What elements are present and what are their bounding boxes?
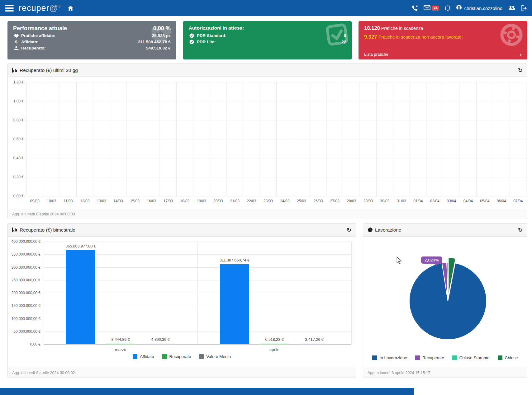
check-circle-icon	[189, 40, 195, 44]
y-axis-label: 1,00 €	[13, 99, 24, 103]
grid-line	[197, 242, 198, 344]
bar-chart-legend: AffidatoRecuperatoValore Medio	[8, 354, 356, 359]
y-axis-label: 50.000.000,00 €	[8, 329, 40, 334]
bar-value-label: 365.863.977,80 €	[54, 244, 107, 248]
x-axis-label: 14/03	[113, 199, 123, 203]
performance-row-affidate: Pratiche affidate: 25.928 pz	[13, 33, 171, 38]
panel-bimestrale-header: Recuperato (€) bimestrale ↻	[8, 223, 356, 237]
y-axis-label: 350.000.000,00 €	[8, 252, 40, 256]
legend-item-chiuse-stornate[interactable]: Chiuse Stornate	[452, 355, 490, 360]
phone-icon[interactable]	[412, 5, 418, 11]
bar-valore-medio-marzo[interactable]	[146, 344, 175, 345]
x-axis-label: 10/03	[47, 199, 56, 203]
bar-chart-axis-icon	[12, 228, 17, 232]
row-label: PDR Lite:	[197, 40, 216, 44]
bar-chart-icon	[12, 68, 17, 73]
bar-valore-medio-aprile[interactable]	[300, 344, 329, 345]
refresh-icon[interactable]: ↻	[347, 227, 351, 233]
panel-lavorazione: Lavorazione ↻ 2,020% In LavorazioneRecup…	[363, 223, 527, 378]
panel-recuperato-bimestrale: Recuperato (€) bimestrale ↻ 400.000.000,…	[7, 223, 356, 378]
menu-icon[interactable]	[5, 3, 14, 13]
pie-chart-legend: In LavorazioneRecuperateChiuse StornateC…	[363, 355, 527, 360]
card-scadenza: 10.120 Pratiche in scadenza 9.927 Pratic…	[359, 21, 527, 59]
logout-icon[interactable]	[521, 5, 527, 11]
bar-affidato-aprile[interactable]	[220, 264, 249, 344]
x-axis-label: 02/04	[430, 199, 439, 203]
grid-line	[44, 344, 351, 345]
y-axis-label: 400.000.000,00 €	[8, 239, 40, 244]
bar-recuperato-marzo[interactable]	[106, 344, 135, 345]
line-chart-canvas: 1,20 €1,00 €0,80 €0,60 €0,40 €0,20 €0,00…	[8, 77, 527, 209]
panel-30gg-footer: Agg. a lunedì 8 aprile 2024 00:00:03	[8, 209, 527, 219]
lista-pratiche-link[interactable]: Lista pratiche ›	[359, 49, 527, 59]
x-axis-label: 11/03	[64, 199, 73, 203]
x-axis-label: 01/04	[413, 199, 423, 203]
mail-button[interactable]: 24	[424, 5, 439, 12]
x-axis-label: 25/03	[297, 199, 306, 203]
card-autorizzazioni: Autorizzazioni in attesa: PDR Standard: …	[183, 21, 352, 59]
pie-chart-icon	[368, 228, 373, 233]
panel-30gg-header: Recuperato (€) ultimi 30 gg ↻	[8, 64, 527, 77]
legend-swatch	[372, 355, 377, 360]
mouse-cursor	[396, 256, 403, 266]
x-axis-label: aprile	[256, 347, 293, 352]
panel-bimestrale-footer: Agg. a lunedì 8 aprile 2024 00:00:02	[8, 368, 356, 378]
performance-row-recuperato: Recuperato: 549.519,32 €	[13, 46, 171, 50]
performance-title: Performance attuale	[13, 25, 67, 32]
legend-label: Chiuse Stornate	[459, 355, 490, 360]
scadenza-count: 10.120	[364, 25, 380, 31]
x-axis-label: 31/03	[397, 199, 406, 203]
y-axis-label: 0,20 €	[13, 175, 24, 179]
legend-item-chiuse[interactable]: Chiuse	[498, 355, 518, 360]
x-axis-label: 03/04	[447, 199, 456, 203]
row-value: 25.928 pz	[152, 33, 171, 38]
panel-recuperato-30gg: Recuperato (€) ultimi 30 gg ↻ 1,20 €1,00…	[7, 63, 527, 219]
bar-affidato-marzo[interactable]	[66, 250, 95, 344]
navbar: recuper@3 24 christian.cozzolino	[0, 0, 532, 16]
y-axis-label: 0,00 €	[8, 342, 40, 346]
legend-item-recuperate[interactable]: Recuperate	[415, 355, 444, 360]
chart-bimestrale: 400.000.000,00 €350.000.000,00 €300.000.…	[8, 237, 356, 368]
brand-logo[interactable]: recuper@3	[19, 3, 61, 13]
legend-label: In Lavorazione	[379, 355, 407, 360]
legend-swatch	[415, 355, 420, 360]
legend-item-valore-medio[interactable]: Valore Medio	[199, 354, 231, 359]
legend-label: Recuperate	[422, 355, 444, 360]
x-axis-label: marzo	[102, 347, 139, 352]
x-axis-label: 15/03	[130, 199, 140, 203]
y-axis-label: 200.000.000,00 €	[8, 291, 40, 295]
x-axis-label: 24/03	[280, 199, 289, 203]
row-label: Affidato:	[21, 40, 38, 44]
y-axis-label: 300.000.000,00 €	[8, 265, 40, 270]
legend-item-recuperato[interactable]: Recuperato	[162, 354, 191, 359]
scadenza-warning-line: 9.927 Pratiche in scadenza non ancora la…	[364, 34, 522, 40]
panel-bimestrale-title: Recuperato (€) bimestrale	[20, 227, 75, 233]
mail-icon	[424, 5, 430, 12]
summary-cards: Performance attuale 0,00 % Pratiche affi…	[7, 21, 527, 59]
refresh-icon[interactable]: ↻	[518, 227, 523, 233]
autorizzazioni-title: Autorizzazioni in attesa:	[189, 25, 346, 31]
x-axis-label: 04/04	[463, 199, 473, 203]
panel-lavorazione-footer: Agg. a lunedì 8 aprile 2024 15:15:17	[363, 368, 527, 378]
bar-recuperato-aprile[interactable]	[260, 344, 289, 345]
row-label: PDR Standard:	[197, 33, 226, 38]
x-axis-label: 16/03	[147, 199, 156, 203]
legend-label: Valore Medio	[206, 354, 231, 359]
x-axis-label: 26/03	[313, 199, 323, 203]
legend-item-in-lavorazione[interactable]: In Lavorazione	[372, 355, 407, 360]
x-axis-label: 29/03	[363, 199, 373, 203]
performance-row-affidato: $ Affidato: 311.508.462,78 €	[13, 40, 171, 44]
performance-percent: 0,00 %	[153, 25, 171, 32]
home-icon[interactable]	[68, 5, 74, 11]
users-icon[interactable]	[508, 5, 515, 11]
legend-swatch	[199, 354, 204, 359]
refresh-icon[interactable]: ↻	[518, 68, 523, 73]
chart-lavorazione: 2,020% In LavorazioneRecuperateChiuse St…	[363, 237, 527, 368]
legend-item-affidato[interactable]: Affidato	[133, 354, 154, 359]
user-menu[interactable]: christian.cozzolino	[456, 5, 502, 12]
bell-icon[interactable]	[445, 5, 450, 11]
x-axis-label: 27/03	[330, 199, 340, 203]
y-axis-label: 0,60 €	[13, 137, 24, 141]
hand-holding-icon	[13, 46, 19, 50]
check-circle-icon	[189, 33, 195, 38]
